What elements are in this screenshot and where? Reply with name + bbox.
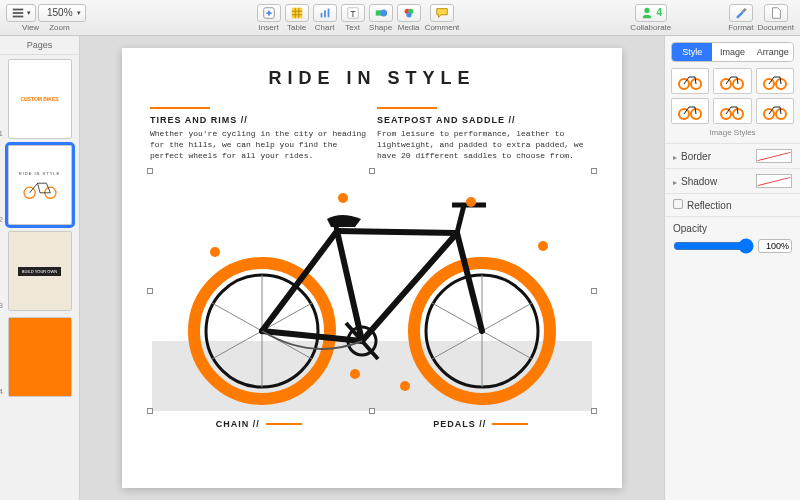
shape-label: Shape bbox=[369, 23, 392, 32]
view-button[interactable]: ▾ bbox=[6, 4, 36, 22]
callout-seatpost: SEATPOST AND SADDLE // From leisure to p… bbox=[377, 107, 594, 161]
tab-arrange[interactable]: Arrange bbox=[753, 43, 793, 61]
comment-label: Comment bbox=[425, 23, 460, 32]
opacity-row: Opacity bbox=[665, 216, 800, 260]
page-title: RIDE IN STYLE bbox=[150, 68, 594, 89]
inspector-panel: Style Image Arrange Image Styles ▸Border… bbox=[664, 36, 800, 500]
bike-icon bbox=[20, 176, 60, 200]
svg-rect-2 bbox=[13, 15, 24, 17]
pages-panel: Pages 1CUSTOM BIKES 2RIDE IN STYLE 3BUIL… bbox=[0, 36, 80, 500]
format-label: Format bbox=[728, 23, 753, 32]
insert-icon bbox=[262, 6, 276, 20]
callout-tires: TIRES AND RIMS // Whether you're cycling… bbox=[150, 107, 367, 161]
selection-handle[interactable] bbox=[147, 288, 153, 294]
svg-point-47 bbox=[679, 109, 689, 119]
tab-image[interactable]: Image bbox=[712, 43, 752, 61]
text-icon: T bbox=[346, 6, 360, 20]
image-style-swatch[interactable] bbox=[756, 68, 794, 94]
page-thumb-1[interactable]: 1CUSTOM BIKES bbox=[8, 59, 72, 139]
disclosure-icon: ▸ bbox=[673, 153, 677, 162]
table-button[interactable] bbox=[285, 4, 309, 22]
comment-icon bbox=[435, 6, 449, 20]
image-style-swatch[interactable] bbox=[671, 68, 709, 94]
view-icon bbox=[11, 6, 25, 20]
inspector-subtabs: Style Image Arrange bbox=[671, 42, 794, 62]
text-label: Text bbox=[345, 23, 360, 32]
disclosure-icon: ▸ bbox=[673, 178, 677, 187]
svg-text:T: T bbox=[350, 8, 356, 18]
svg-point-45 bbox=[764, 79, 774, 89]
page-thumb-3[interactable]: 3BUILD YOUR OWN bbox=[8, 231, 72, 311]
canvas[interactable]: RIDE IN STYLE TIRES AND RIMS // Whether … bbox=[80, 36, 664, 500]
view-label: View bbox=[22, 23, 39, 32]
chart-icon bbox=[318, 6, 332, 20]
opacity-slider[interactable] bbox=[673, 238, 754, 254]
chart-label: Chart bbox=[315, 23, 335, 32]
document-label: Document bbox=[758, 23, 794, 32]
bottom-labels: CHAIN // PEDALS // bbox=[150, 419, 594, 429]
shadow-row[interactable]: ▸Shadow bbox=[665, 168, 800, 193]
reflection-checkbox[interactable] bbox=[673, 199, 683, 209]
page-thumb-2[interactable]: 2RIDE IN STYLE bbox=[8, 145, 72, 225]
callout-title: SEATPOST AND SADDLE // bbox=[377, 115, 594, 125]
shadow-swatch[interactable] bbox=[756, 174, 792, 188]
tab-style[interactable]: Style bbox=[672, 43, 712, 61]
border-row[interactable]: ▸Border bbox=[665, 143, 800, 168]
table-label: Table bbox=[287, 23, 306, 32]
border-swatch[interactable] bbox=[756, 149, 792, 163]
callout-title: TIRES AND RIMS // bbox=[150, 115, 367, 125]
chart-button[interactable] bbox=[313, 4, 337, 22]
svg-point-51 bbox=[764, 109, 774, 119]
selection-handle[interactable] bbox=[147, 168, 153, 174]
opacity-field[interactable] bbox=[758, 239, 792, 253]
bike-icon bbox=[676, 72, 704, 90]
collaborate-label: Collaborate bbox=[630, 23, 671, 32]
image-style-swatch[interactable] bbox=[756, 98, 794, 124]
selection-handle[interactable] bbox=[591, 288, 597, 294]
svg-point-14 bbox=[406, 12, 411, 17]
bike-image[interactable] bbox=[150, 171, 594, 411]
callout-line bbox=[492, 423, 528, 425]
image-styles-label: Image Styles bbox=[665, 128, 800, 137]
svg-point-49 bbox=[721, 109, 731, 119]
image-style-swatch[interactable] bbox=[713, 98, 751, 124]
shape-button[interactable] bbox=[369, 4, 393, 22]
svg-rect-4 bbox=[291, 7, 302, 18]
document-button[interactable] bbox=[764, 4, 788, 22]
image-style-swatch[interactable] bbox=[671, 98, 709, 124]
zoom-label: Zoom bbox=[49, 23, 69, 32]
shape-icon bbox=[374, 6, 388, 20]
collaborate-button[interactable]: 4 bbox=[635, 4, 668, 22]
document-page[interactable]: RIDE IN STYLE TIRES AND RIMS // Whether … bbox=[122, 48, 622, 488]
format-button[interactable] bbox=[729, 4, 753, 22]
page-thumbnails: 1CUSTOM BIKES 2RIDE IN STYLE 3BUILD YOUR… bbox=[0, 55, 79, 500]
svg-rect-7 bbox=[327, 8, 329, 17]
insert-button[interactable] bbox=[257, 4, 281, 22]
label-pedals: PEDALS // bbox=[433, 419, 528, 429]
image-style-swatch[interactable] bbox=[713, 68, 751, 94]
media-button[interactable] bbox=[397, 4, 421, 22]
svg-rect-1 bbox=[13, 12, 24, 14]
callout-line bbox=[150, 107, 210, 109]
svg-point-11 bbox=[380, 9, 387, 16]
svg-rect-5 bbox=[320, 13, 322, 17]
callout-body: Whether you're cycling in the city or he… bbox=[150, 129, 367, 161]
selection-handle[interactable] bbox=[591, 408, 597, 414]
svg-point-41 bbox=[679, 79, 689, 89]
selection-handle[interactable] bbox=[369, 408, 375, 414]
svg-rect-6 bbox=[324, 10, 326, 17]
opacity-label: Opacity bbox=[673, 223, 792, 234]
selection-handle[interactable] bbox=[591, 168, 597, 174]
reflection-row[interactable]: Reflection bbox=[665, 193, 800, 216]
comment-button[interactable] bbox=[430, 4, 454, 22]
zoom-button[interactable]: 150% ▾ bbox=[38, 4, 86, 22]
selection-handle[interactable] bbox=[147, 408, 153, 414]
text-button[interactable]: T bbox=[341, 4, 365, 22]
label-chain: CHAIN // bbox=[216, 419, 302, 429]
page-thumb-4[interactable]: 4 bbox=[8, 317, 72, 397]
svg-line-31 bbox=[482, 303, 532, 331]
svg-point-15 bbox=[644, 7, 649, 12]
table-icon bbox=[290, 6, 304, 20]
selection-handle[interactable] bbox=[369, 168, 375, 174]
media-icon bbox=[402, 6, 416, 20]
